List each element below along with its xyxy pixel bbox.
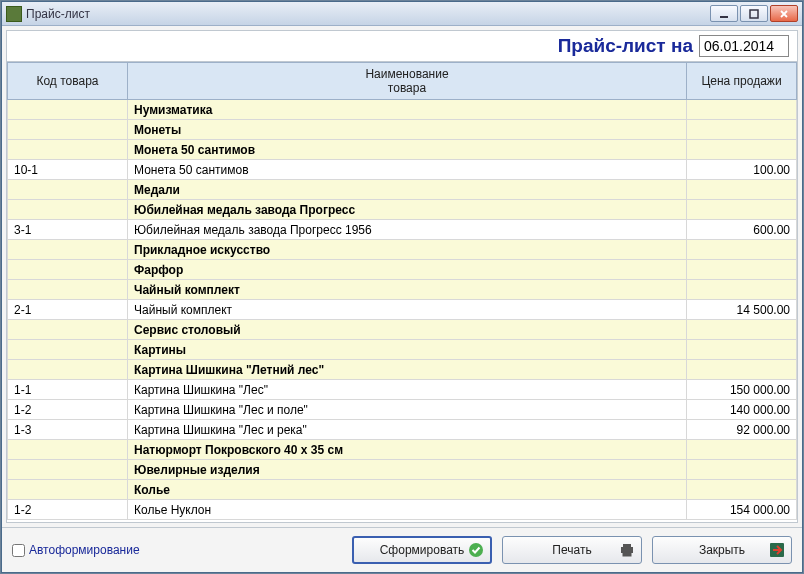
cell-code	[8, 240, 128, 260]
cell-code	[8, 260, 128, 280]
cell-code	[8, 180, 128, 200]
titlebar[interactable]: Прайс-лист	[2, 2, 802, 26]
table-row[interactable]: Монета 50 сантимов	[8, 140, 797, 160]
cell-code	[8, 120, 128, 140]
table-row[interactable]: 1-2Картина Шишкина "Лес и поле"140 000.0…	[8, 400, 797, 420]
cell-price	[687, 440, 797, 460]
table-row[interactable]: Сервис столовый	[8, 320, 797, 340]
cell-price	[687, 140, 797, 160]
cell-name: Чайный комплект	[128, 300, 687, 320]
cell-price: 100.00	[687, 160, 797, 180]
cell-price	[687, 460, 797, 480]
cell-price	[687, 120, 797, 140]
cell-code	[8, 360, 128, 380]
cell-code	[8, 100, 128, 120]
cell-price	[687, 320, 797, 340]
col-code[interactable]: Код товара	[8, 63, 128, 100]
table-row[interactable]: 1-2Колье Нуклон154 000.00	[8, 500, 797, 520]
cell-name: Колье Нуклон	[128, 500, 687, 520]
autoform-checkbox-wrap[interactable]: Автоформирование	[12, 543, 140, 557]
price-grid[interactable]: Код товара Наименование товара Цена прод…	[7, 62, 797, 522]
cell-code: 1-2	[8, 500, 128, 520]
cell-name: Монеты	[128, 120, 687, 140]
close-button[interactable]: Закрыть	[652, 536, 792, 564]
svg-rect-5	[623, 552, 631, 556]
cell-code	[8, 280, 128, 300]
table-row[interactable]: Картины	[8, 340, 797, 360]
cell-name: Монета 50 сантимов	[128, 140, 687, 160]
cell-code: 1-3	[8, 420, 128, 440]
cell-name: Ювелирные изделия	[128, 460, 687, 480]
generate-label: Сформировать	[380, 543, 465, 557]
minimize-button[interactable]	[710, 5, 738, 22]
cell-name: Сервис столовый	[128, 320, 687, 340]
svg-rect-0	[720, 16, 728, 18]
header-row: Прайс-лист на	[7, 31, 797, 61]
cell-name: Юбилейная медаль завода Прогресс	[128, 200, 687, 220]
cell-name: Юбилейная медаль завода Прогресс 1956	[128, 220, 687, 240]
table-row[interactable]: 1-1Картина Шишкина "Лес"150 000.00	[8, 380, 797, 400]
cell-price: 154 000.00	[687, 500, 797, 520]
generate-button[interactable]: Сформировать	[352, 536, 492, 564]
cell-code: 1-2	[8, 400, 128, 420]
exit-icon	[769, 542, 785, 558]
table-row[interactable]: 10-1Монета 50 сантимов100.00	[8, 160, 797, 180]
table-row[interactable]: Картина Шишкина "Летний лес"	[8, 360, 797, 380]
app-icon	[6, 6, 22, 22]
table-row[interactable]: Медали	[8, 180, 797, 200]
table-row[interactable]: Чайный комплект	[8, 280, 797, 300]
maximize-button[interactable]	[740, 5, 768, 22]
print-icon	[619, 542, 635, 558]
cell-price: 92 000.00	[687, 420, 797, 440]
cell-code	[8, 440, 128, 460]
close-window-button[interactable]	[770, 5, 798, 22]
col-price[interactable]: Цена продажи	[687, 63, 797, 100]
autoform-checkbox[interactable]	[12, 544, 25, 557]
col-name[interactable]: Наименование товара	[128, 63, 687, 100]
cell-name: Натюрморт Покровского 40 х 35 см	[128, 440, 687, 460]
table-row[interactable]: 2-1Чайный комплект14 500.00	[8, 300, 797, 320]
minimize-icon	[718, 8, 730, 20]
cell-code: 1-1	[8, 380, 128, 400]
autoform-label: Автоформирование	[29, 543, 140, 557]
cell-price	[687, 200, 797, 220]
table-row[interactable]: 1-3Картина Шишкина "Лес и река"92 000.00	[8, 420, 797, 440]
table-row[interactable]: Прикладное искусство	[8, 240, 797, 260]
cell-price: 14 500.00	[687, 300, 797, 320]
content-panel: Прайс-лист на Код товара Наименование то…	[6, 30, 798, 523]
cell-code: 2-1	[8, 300, 128, 320]
print-label: Печать	[552, 543, 591, 557]
cell-price	[687, 340, 797, 360]
cell-code	[8, 320, 128, 340]
check-icon	[468, 542, 484, 558]
price-table: Код товара Наименование товара Цена прод…	[7, 62, 797, 520]
cell-price	[687, 180, 797, 200]
cell-name: Фарфор	[128, 260, 687, 280]
cell-price	[687, 260, 797, 280]
table-row[interactable]: Юбилейная медаль завода Прогресс	[8, 200, 797, 220]
cell-price: 600.00	[687, 220, 797, 240]
close-icon	[778, 8, 790, 20]
grid-wrap: Код товара Наименование товара Цена прод…	[7, 61, 797, 522]
table-row[interactable]: 3-1Юбилейная медаль завода Прогресс 1956…	[8, 220, 797, 240]
cell-code	[8, 460, 128, 480]
cell-name: Картина Шишкина "Лес и поле"	[128, 400, 687, 420]
close-label: Закрыть	[699, 543, 745, 557]
footer: Автоформирование Сформировать Печать Зак…	[2, 527, 802, 572]
cell-price	[687, 240, 797, 260]
table-row[interactable]: Колье	[8, 480, 797, 500]
date-input[interactable]	[699, 35, 789, 57]
table-row[interactable]: Фарфор	[8, 260, 797, 280]
cell-price	[687, 280, 797, 300]
table-row[interactable]: Ювелирные изделия	[8, 460, 797, 480]
cell-name: Прикладное искусство	[128, 240, 687, 260]
table-row[interactable]: Натюрморт Покровского 40 х 35 см	[8, 440, 797, 460]
cell-code	[8, 200, 128, 220]
page-title: Прайс-лист на	[558, 35, 693, 57]
window-controls	[710, 5, 798, 22]
table-row[interactable]: Нумизматика	[8, 100, 797, 120]
cell-name: Картина Шишкина "Летний лес"	[128, 360, 687, 380]
maximize-icon	[748, 8, 760, 20]
table-row[interactable]: Монеты	[8, 120, 797, 140]
print-button[interactable]: Печать	[502, 536, 642, 564]
